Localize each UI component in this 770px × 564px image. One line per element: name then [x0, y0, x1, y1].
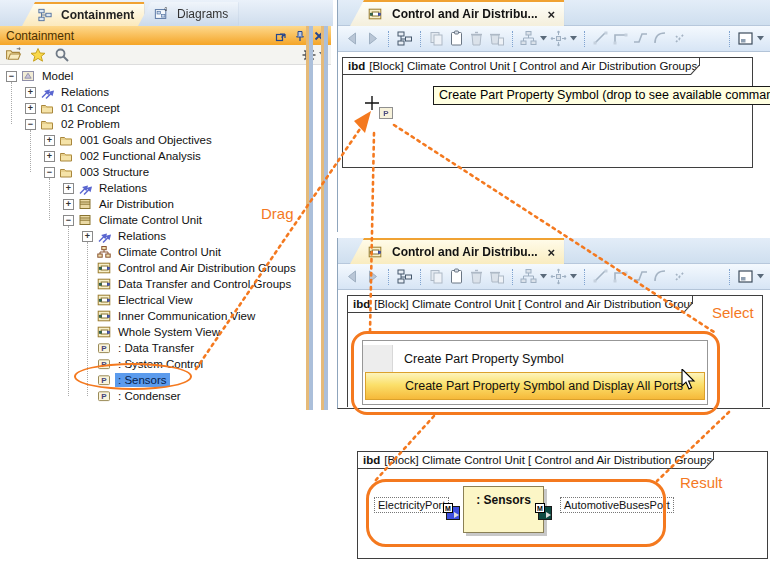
tree-item-control-air-groups[interactable]: Control and Air Distribution Groups — [0, 260, 305, 276]
diagram-tab-label: Control and Air Distribu... — [392, 245, 538, 259]
delete-icon[interactable] — [468, 30, 485, 47]
chevron-down-icon[interactable] — [757, 274, 764, 279]
open-project-icon[interactable] — [5, 46, 22, 63]
back-icon[interactable] — [344, 268, 361, 285]
part-property-icon — [97, 357, 111, 371]
tree-item-001-goals[interactable]: 001 Goals and Objectives — [0, 132, 305, 148]
close-tab-icon[interactable]: × — [548, 245, 556, 260]
copy-icon[interactable] — [428, 268, 445, 285]
rectilinear-path-icon[interactable] — [612, 268, 629, 285]
menu-item-create-part-property-symbol-all-ports[interactable]: Create Part Property Symbol and Display … — [365, 372, 705, 400]
diagram-tab[interactable]: Control and Air Distribu... × — [350, 0, 564, 26]
tree-item-climate-control-unit[interactable]: Climate Control Unit — [0, 212, 305, 228]
oblique-path-icon[interactable] — [592, 30, 609, 47]
containment-tree-icon[interactable] — [396, 268, 413, 285]
sensors-part-symbol[interactable]: : Sensors — [463, 486, 544, 533]
ibd-frame-header: ibd [Block] Climate Control Unit [ Contr… — [358, 452, 714, 469]
back-icon[interactable] — [344, 30, 361, 47]
expander-icon[interactable] — [44, 151, 55, 162]
layout-tree-icon[interactable] — [520, 268, 537, 285]
tree-item-electrical-view[interactable]: Electrical View — [0, 292, 305, 308]
expander-icon[interactable] — [63, 183, 74, 194]
tree-item-02-problem[interactable]: 02 Problem — [0, 116, 305, 132]
curved-path-icon[interactable] — [652, 268, 669, 285]
expander-icon[interactable] — [44, 167, 55, 178]
tree-item-ccu-diagram[interactable]: Climate Control Unit — [0, 244, 305, 260]
port-label-automotive-buses[interactable]: AutomotiveBusesPort — [560, 497, 674, 513]
forward-icon[interactable] — [364, 268, 381, 285]
bdd-diagram-icon — [97, 245, 111, 259]
menu-item-create-part-property-symbol[interactable]: Create Part Property Symbol — [363, 345, 707, 372]
chevron-down-icon[interactable] — [570, 36, 577, 41]
favorites-star-icon[interactable] — [30, 47, 46, 63]
paste-icon[interactable] — [448, 30, 465, 47]
expander-icon[interactable] — [25, 103, 36, 114]
rectilinear-path-icon[interactable] — [612, 30, 629, 47]
windows-icon[interactable] — [737, 268, 754, 285]
panel-title: Containment — [6, 29, 74, 43]
tab-containment[interactable]: Containment — [22, 2, 144, 26]
tree-item-model[interactable]: Model — [0, 68, 305, 84]
tree-item-sensors-part[interactable]: : Sensors — [0, 372, 305, 388]
tree-item-relations-2[interactable]: Relations — [0, 180, 305, 196]
delete-from-model-icon[interactable] — [488, 268, 505, 285]
paste-icon[interactable] — [448, 268, 465, 285]
route-paths-icon[interactable] — [550, 268, 567, 285]
crosshair-cursor-icon — [364, 95, 380, 111]
tree-item-whole-system-view[interactable]: Whole System View — [0, 324, 305, 340]
folder-icon — [40, 117, 54, 131]
containment-tree-icon[interactable] — [396, 30, 413, 47]
diagram-tab-label: Control and Air Distribu... — [392, 7, 538, 21]
expander-icon[interactable] — [44, 135, 55, 146]
tree-item-01-concept[interactable]: 01 Concept — [0, 100, 305, 116]
expander-icon[interactable] — [63, 199, 74, 210]
forward-icon[interactable] — [364, 30, 381, 47]
tree-item-data-transfer-part[interactable]: : Data Transfer — [0, 340, 305, 356]
delete-from-model-icon[interactable] — [488, 30, 505, 47]
tree-item-system-control-part[interactable]: : System Control — [0, 356, 305, 372]
bezier-path-icon[interactable] — [632, 268, 649, 285]
delete-icon[interactable] — [468, 268, 485, 285]
tree-item-air-distribution[interactable]: Air Distribution — [0, 196, 305, 212]
ibd-kind-label: ibd — [363, 454, 380, 466]
tree-item-relations-1[interactable]: Relations — [0, 84, 305, 100]
oblique-path-icon[interactable] — [592, 268, 609, 285]
layout-tree-icon[interactable] — [520, 30, 537, 47]
route-paths-icon[interactable] — [550, 30, 567, 47]
chevron-down-icon[interactable] — [540, 36, 547, 41]
expander-icon[interactable] — [82, 231, 93, 242]
dependency-path-icon[interactable] — [672, 30, 689, 47]
tree-item-002-functional-analysis[interactable]: 002 Functional Analysis — [0, 148, 305, 164]
expander-icon[interactable] — [63, 215, 74, 226]
chevron-down-icon[interactable] — [757, 36, 764, 41]
toolbar-separator — [512, 269, 513, 285]
curved-path-icon[interactable] — [652, 30, 669, 47]
expander-icon[interactable] — [25, 119, 36, 130]
port-label-electricity[interactable]: ElectricityPort — [374, 497, 449, 513]
drag-part-badge: P — [379, 107, 393, 119]
close-tab-icon[interactable]: × — [548, 7, 556, 22]
ibd-diagram-icon — [97, 261, 111, 275]
float-window-icon[interactable] — [275, 30, 287, 42]
chevron-down-icon[interactable] — [540, 274, 547, 279]
copy-icon[interactable] — [428, 30, 445, 47]
tree-item-inner-communication-view[interactable]: Inner Communication View — [0, 308, 305, 324]
bezier-path-icon[interactable] — [632, 30, 649, 47]
dependency-path-icon[interactable] — [672, 268, 689, 285]
drop-hint-tooltip: Create Part Property Symbol (drop to see… — [433, 86, 770, 105]
tree-item-relations-3[interactable]: Relations — [0, 228, 305, 244]
search-icon[interactable] — [54, 47, 70, 63]
expander-icon[interactable] — [6, 71, 17, 82]
tree-item-data-transfer-groups[interactable]: Data Transfer and Control Groups — [0, 276, 305, 292]
tree-item-003-structure[interactable]: 003 Structure — [0, 164, 305, 180]
splitter[interactable] — [324, 26, 328, 410]
pin-icon[interactable] — [294, 30, 306, 42]
diagram-toolbar — [338, 26, 770, 52]
diagram-tab[interactable]: Control and Air Distribu... × — [350, 238, 564, 264]
windows-icon[interactable] — [737, 30, 754, 47]
tab-diagrams[interactable]: Diagrams — [138, 2, 238, 26]
splitter[interactable] — [309, 26, 313, 410]
expander-icon[interactable] — [25, 87, 36, 98]
chevron-down-icon[interactable] — [570, 274, 577, 279]
tree-item-condenser-part[interactable]: : Condenser — [0, 388, 305, 404]
